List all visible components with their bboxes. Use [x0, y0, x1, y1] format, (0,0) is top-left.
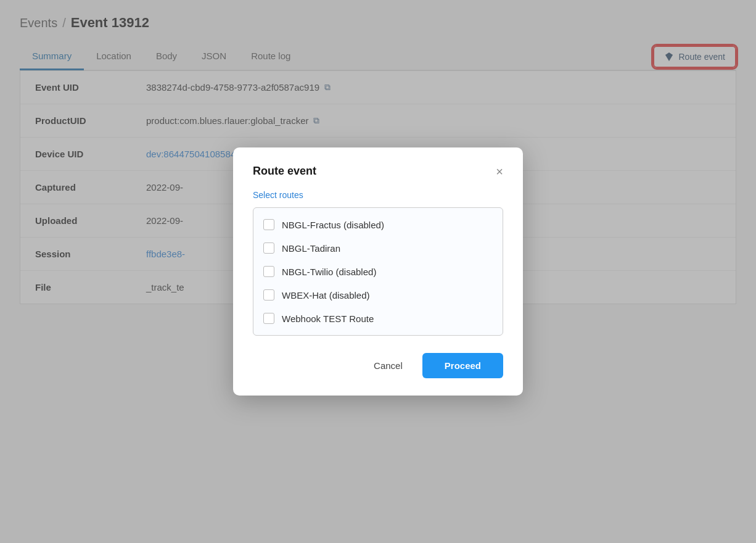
route-label-4: WBEX-Hat (disabled) [282, 290, 370, 301]
route-label-2: NBGL-Tadiran [282, 243, 340, 254]
modal-subtitle: Select routes [253, 190, 503, 200]
routes-list: NBGL-Fractus (disabled) NBGL-Tadiran NBG… [253, 207, 503, 336]
route-label-5: Webhook TEST Route [282, 313, 374, 324]
route-event-modal: Route event × Select routes NBGL-Fractus… [233, 147, 523, 396]
route-checkbox-1[interactable] [263, 219, 274, 230]
route-item: NBGL-Fractus (disabled) [253, 213, 503, 236]
route-item: Webhook TEST Route [253, 307, 503, 330]
route-label-1: NBGL-Fractus (disabled) [282, 220, 384, 230]
proceed-button[interactable]: Proceed [422, 353, 503, 378]
route-checkbox-3[interactable] [263, 266, 274, 277]
route-label-3: NBGL-Twilio (disabled) [282, 267, 376, 277]
route-checkbox-5[interactable] [263, 313, 274, 324]
route-item: NBGL-Twilio (disabled) [253, 260, 503, 283]
modal-footer: Cancel Proceed [253, 353, 503, 378]
route-item: NBGL-Tadiran [253, 236, 503, 260]
modal-overlay[interactable]: Route event × Select routes NBGL-Fractus… [0, 0, 756, 543]
modal-header: Route event × [253, 165, 503, 178]
cancel-button[interactable]: Cancel [364, 354, 413, 377]
modal-title: Route event [253, 165, 316, 178]
route-checkbox-2[interactable] [263, 242, 274, 254]
route-item: WBEX-Hat (disabled) [253, 283, 503, 307]
modal-close-button[interactable]: × [496, 165, 503, 178]
route-checkbox-4[interactable] [263, 289, 274, 301]
